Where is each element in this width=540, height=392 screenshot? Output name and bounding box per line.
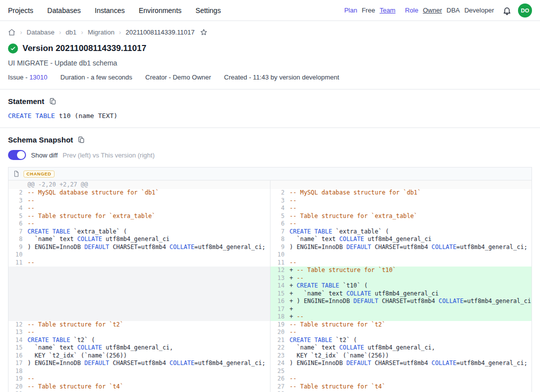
line-number: 17 — [270, 306, 290, 314]
line-number: 23 — [270, 352, 290, 360]
diff-line: 20-- Table structure for `t4` — [8, 383, 270, 391]
breadcrumb-item[interactable]: Database — [26, 28, 54, 36]
line-number: 21 — [270, 336, 290, 344]
nav-item-projects[interactable]: Projects — [8, 6, 34, 14]
line-number: 11 — [8, 259, 28, 267]
diff-line: 5-- Table structure for `extra_table` — [8, 212, 270, 220]
diff-line: 17) ENGINE=InnoDB DEFAULT CHARSET=utf8mb… — [8, 360, 270, 368]
account-developer[interactable]: Developer — [464, 6, 494, 14]
line-number: 25 — [270, 368, 290, 376]
line-number: 20 — [8, 383, 28, 391]
diff-viewer: CHANGED @@ -2,20 +2,27 @@2-- MySQL datab… — [8, 167, 532, 392]
diff-line: 26-- — [270, 375, 532, 383]
notification-bell-icon[interactable] — [502, 6, 512, 15]
diff-line: 13+ -- — [270, 274, 532, 282]
diff-toggle-row: Show diff Prev (left) vs This version (r… — [0, 144, 540, 160]
breadcrumb: ›Database›db1›Migration›20211008114339.1… — [0, 21, 540, 36]
account-owner[interactable]: Owner — [423, 6, 442, 14]
diff-empty-row — [8, 306, 270, 314]
diff-pane-current: 2-- MySQL database structure for `db1`3-… — [270, 180, 532, 392]
sql-keyword: CREATE TABLE — [8, 112, 55, 120]
meta-created: Created - 11:43 by version development — [224, 74, 339, 81]
line-number: 11 — [270, 259, 290, 267]
user-avatar[interactable]: DO — [518, 4, 532, 18]
copy-snapshot-icon[interactable] — [78, 136, 85, 144]
nav-item-instances[interactable]: Instances — [95, 6, 125, 14]
diff-line: 21CREATE TABLE `t2` ( — [270, 336, 532, 344]
statement-sql: CREATE TABLE t10 (name TEXT) — [0, 106, 540, 120]
line-number: 5 — [8, 212, 28, 220]
diff-line: 19-- Table structure for `t2` — [270, 321, 532, 329]
changed-badge: CHANGED — [24, 170, 54, 178]
breadcrumb-item[interactable]: Migration — [88, 28, 114, 36]
issue-link[interactable]: 13010 — [30, 74, 48, 81]
diff-line: 16 KEY `t2_idx` (`name`(256)) — [8, 352, 270, 360]
line-number — [8, 180, 28, 189]
diff-line: 9) ENGINE=InnoDB DEFAULT CHARSET=utf8mb4… — [8, 244, 270, 252]
line-number: 9 — [8, 244, 28, 252]
line-number — [270, 180, 290, 189]
diff-line: 9) ENGINE=InnoDB DEFAULT CHARSET=utf8mb4… — [270, 244, 532, 252]
account-dba[interactable]: DBA — [446, 6, 460, 14]
line-number: 2 — [8, 189, 28, 197]
diff-line: 6-- — [8, 220, 270, 228]
diff-line: 4-- — [8, 204, 270, 212]
account-team[interactable]: Team — [380, 6, 396, 14]
diff-line: 12-- Table structure for `t2` — [8, 321, 270, 329]
diff-empty-row — [8, 290, 270, 298]
diff-line: 10 — [270, 251, 532, 259]
breadcrumb-item[interactable]: db1 — [66, 28, 76, 36]
nav-item-environments[interactable]: Environments — [138, 6, 182, 14]
line-number: 5 — [270, 212, 290, 220]
home-icon[interactable] — [8, 28, 16, 36]
diff-body: @@ -2,20 +2,27 @@2-- MySQL database stru… — [8, 180, 532, 392]
line-number: 4 — [8, 204, 28, 212]
line-number: 10 — [270, 251, 290, 259]
line-number: 13 — [270, 274, 290, 282]
line-number: 26 — [270, 375, 290, 383]
line-number — [8, 282, 28, 290]
diff-line: 19-- — [8, 375, 270, 383]
snapshot-heading: Schema Snapshot — [8, 136, 73, 144]
diff-line: 16+ ) ENGINE=InnoDB DEFAULT CHARSET=utf8… — [270, 298, 532, 306]
diff-line: 7CREATE TABLE `extra_table` ( — [8, 228, 270, 236]
nav-item-settings[interactable]: Settings — [196, 6, 221, 14]
line-number — [8, 313, 28, 321]
star-icon[interactable] — [200, 28, 208, 36]
chevron-right-icon: › — [81, 28, 83, 36]
account-free[interactable]: Free — [362, 6, 375, 14]
line-number: 8 — [8, 236, 28, 244]
line-number: 14 — [270, 282, 290, 290]
breadcrumb-item[interactable]: 20211008114339.11017 — [126, 28, 194, 36]
account-role: Role — [405, 6, 418, 14]
copy-statement-icon[interactable] — [49, 98, 56, 105]
toggle-knob — [17, 151, 25, 159]
diff-line: 2-- MySQL database structure for `db1` — [270, 189, 532, 197]
nav-item-databases[interactable]: Databases — [48, 6, 81, 14]
diff-line: 3-- — [270, 197, 532, 205]
diff-hint: Prev (left) vs This version (right) — [62, 152, 154, 159]
chevron-right-icon: › — [59, 28, 61, 36]
account-plan: Plan — [344, 6, 357, 14]
show-diff-toggle[interactable] — [8, 150, 26, 160]
line-number: 8 — [270, 236, 290, 244]
line-number: 14 — [8, 336, 28, 344]
diff-line: 11-- — [270, 259, 532, 267]
diff-line: 2-- MySQL database structure for `db1` — [8, 189, 270, 197]
line-number: 4 — [270, 204, 290, 212]
line-number: 15 — [270, 290, 290, 298]
line-number — [8, 298, 28, 306]
line-number: 19 — [270, 321, 290, 329]
diff-line: 24) ENGINE=InnoDB DEFAULT CHARSET=utf8mb… — [270, 360, 532, 368]
diff-line: 14CREATE TABLE `t2` ( — [8, 336, 270, 344]
diff-line: 3-- — [8, 197, 270, 205]
file-icon — [13, 170, 20, 177]
diff-hunk-row — [270, 180, 532, 189]
meta-creator: Creator - Demo Owner — [146, 74, 211, 81]
diff-line: 13-- — [8, 328, 270, 336]
diff-line: 22 `name` text COLLATE utf8mb4_general_c… — [270, 344, 532, 352]
line-number: 12 — [8, 321, 28, 329]
line-number: 7 — [8, 228, 28, 236]
diff-empty-row — [8, 313, 270, 321]
line-number: 18 — [8, 368, 28, 376]
